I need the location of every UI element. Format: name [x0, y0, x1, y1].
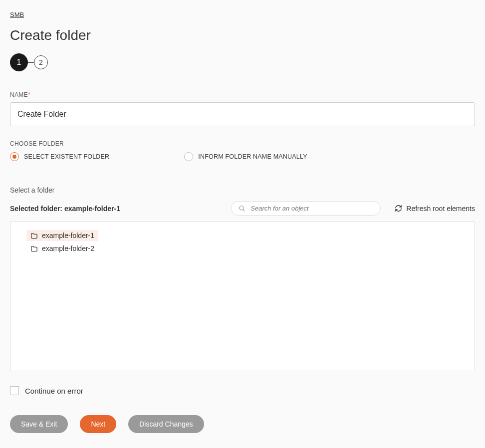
- step-2[interactable]: 2: [34, 55, 48, 69]
- search-refresh-group: Refresh root elements: [231, 201, 475, 216]
- page-title: Create folder: [10, 27, 475, 43]
- radio-inform-manual[interactable]: INFORM FOLDER NAME MANUALLY: [184, 152, 307, 161]
- tree-item[interactable]: example-folder-1: [26, 230, 98, 241]
- selected-folder-text: Selected folder: example-folder-1: [10, 205, 120, 213]
- svg-line-1: [243, 209, 245, 211]
- continue-on-error-row[interactable]: Continue on error: [10, 386, 475, 395]
- radio-inform-manual-label: INFORM FOLDER NAME MANUALLY: [198, 153, 307, 160]
- folder-tree-panel: example-folder-1 example-folder-2: [10, 222, 475, 371]
- radio-select-existent-label: SELECT EXISTENT FOLDER: [24, 153, 109, 160]
- tree-item-label: example-folder-1: [42, 231, 94, 239]
- search-icon: [239, 205, 245, 212]
- name-label-text: NAME: [10, 91, 28, 98]
- refresh-root-elements[interactable]: Refresh root elements: [395, 205, 475, 213]
- step-1[interactable]: 1: [10, 53, 28, 71]
- refresh-icon: [395, 205, 402, 212]
- breadcrumb-smb[interactable]: SMB: [10, 11, 24, 18]
- refresh-label: Refresh root elements: [406, 205, 475, 213]
- radio-select-existent[interactable]: SELECT EXISTENT FOLDER: [10, 152, 109, 161]
- name-input[interactable]: [10, 102, 475, 126]
- select-folder-heading: Select a folder: [10, 186, 475, 194]
- tree-item-label: example-folder-2: [42, 244, 94, 252]
- choose-folder-radio-group: SELECT EXISTENT FOLDER INFORM FOLDER NAM…: [10, 152, 475, 161]
- name-label: NAME*: [10, 91, 475, 98]
- next-button[interactable]: Next: [80, 415, 116, 433]
- radio-circle-checked: [10, 152, 19, 161]
- continue-on-error-checkbox[interactable]: [10, 386, 19, 395]
- search-input[interactable]: [250, 205, 373, 212]
- step-line: [28, 62, 34, 63]
- continue-on-error-label: Continue on error: [25, 387, 83, 395]
- folder-icon: [30, 245, 38, 252]
- stepper: 1 2: [10, 53, 475, 71]
- required-star: *: [28, 91, 30, 98]
- selected-row: Selected folder: example-folder-1 Refres…: [10, 201, 475, 216]
- save-exit-button[interactable]: Save & Exit: [10, 415, 68, 433]
- svg-point-0: [240, 206, 243, 210]
- choose-folder-label: CHOOSE FOLDER: [10, 140, 475, 147]
- radio-dot: [12, 155, 16, 159]
- folder-icon: [30, 232, 38, 239]
- search-box[interactable]: [231, 201, 381, 216]
- button-row: Save & Exit Next Discard Changes: [10, 415, 475, 433]
- discard-changes-button[interactable]: Discard Changes: [128, 415, 204, 433]
- radio-circle-unchecked: [184, 152, 193, 161]
- tree-item[interactable]: example-folder-2: [26, 243, 98, 254]
